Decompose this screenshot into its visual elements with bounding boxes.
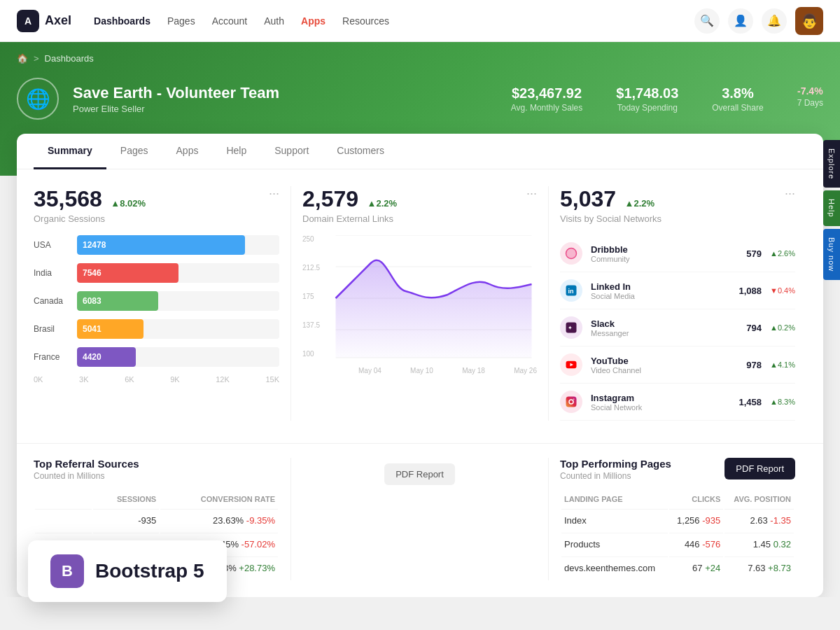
navbar: A Axel Dashboards Pages Account Auth App… [0, 0, 840, 42]
metric-social-value: 5,037 ▲2.2% Visits by Social Networks [560, 186, 662, 224]
breadcrumb-dashboards[interactable]: Dashboards [45, 53, 94, 64]
more-social-btn[interactable]: ··· [785, 186, 795, 201]
metric-organic-header: 35,568 ▲8.02% Organic Sessions ··· [34, 186, 279, 224]
svg-rect-12 [566, 397, 577, 407]
svg-point-14 [573, 399, 575, 400]
brand-icon: A [17, 10, 39, 32]
tab-support[interactable]: Support [260, 134, 323, 169]
tab-customers[interactable]: Customers [323, 134, 398, 169]
pages-table: LANDING PAGE CLICKS AVG. POSITION Index … [560, 489, 795, 580]
more-organic-btn[interactable]: ··· [269, 186, 279, 201]
header-logo: 🌐 [17, 78, 59, 120]
table-row: devs.keenthemes.com 67 +24 7.63 +8.73 [561, 556, 794, 579]
tab-summary[interactable]: Summary [34, 134, 106, 169]
bottom-middle: PDF Report [291, 458, 549, 580]
breadcrumb: 🏠 > Dashboards [17, 42, 823, 78]
stat-7days: -7.4% 7 Days [797, 85, 823, 113]
social-youtube: YouTube Video Channel 978 ▲4.1% [560, 346, 795, 384]
line-chart: 250 212.5 175 137.5 100 [302, 235, 537, 374]
social-dribbble: Dribbble Community 579 ▲2.6% [560, 235, 795, 272]
tab-apps[interactable]: Apps [162, 134, 213, 169]
social-list: Dribbble Community 579 ▲2.6% in Linked I… [560, 235, 795, 421]
social-linkedin: in Linked In Social Media 1,088 ▼0.4% [560, 272, 795, 309]
help-pill[interactable]: Help [823, 190, 840, 226]
search-button[interactable]: 🔍 [694, 8, 720, 34]
explore-pill[interactable]: Explore [823, 140, 840, 188]
tabs: Summary Pages Apps Help Support Customer… [17, 134, 823, 169]
buynow-pill[interactable]: Buy now [823, 229, 840, 280]
nav-dashboards[interactable]: Dashboards [94, 15, 150, 27]
stat-overall-share: 3.8% Overall Share [712, 85, 763, 113]
bar-chart: USA 12478 India 7546 [34, 235, 279, 384]
bootstrap-overlay: B Bootstrap 5 [28, 540, 227, 597]
bar-brasil: Brasil 5041 [34, 319, 279, 339]
bar-india: India 7546 [34, 263, 279, 283]
bootstrap-icon: B [50, 554, 84, 588]
navbar-right: 🔍 👤 🔔 👨 [694, 7, 823, 35]
header-content: 🌐 Save Earth - Volunteer Team Power Elit… [17, 78, 823, 120]
stat-monthly-sales: $23,467.92 Avg. Monthly Sales [511, 85, 583, 113]
table-row: -935 23.63% -9.35% [35, 509, 278, 531]
notifications-button[interactable]: 🔔 [762, 8, 787, 34]
brand[interactable]: A Axel [17, 10, 71, 32]
table-row: Index 1,256 -935 2.63 -1.35 [561, 509, 794, 531]
pdf-report-button-right[interactable]: PDF Report [724, 458, 795, 479]
nav-links: Dashboards Pages Account Auth Apps Resou… [94, 15, 389, 27]
bottom-pages: Top Performing Pages Counted in Millions… [549, 458, 806, 580]
nav-auth[interactable]: Auth [264, 15, 284, 27]
svg-text:✦: ✦ [568, 325, 573, 331]
col-domain: 2,579 ▲2.2% Domain External Links ··· 25… [291, 186, 549, 421]
metric-social-header: 5,037 ▲2.2% Visits by Social Networks ··… [560, 186, 795, 224]
pdf-report-button-left[interactable]: PDF Report [384, 463, 455, 485]
svg-text:in: in [568, 288, 574, 295]
instagram-icon [560, 391, 582, 413]
linkedin-icon: in [560, 279, 582, 302]
bar-canada: Canada 6083 [34, 291, 279, 311]
avatar[interactable]: 👨 [795, 7, 823, 35]
tab-pages[interactable]: Pages [106, 134, 162, 169]
youtube-icon [560, 354, 582, 376]
slack-icon: ✦ [560, 316, 582, 339]
metric-domain-header: 2,579 ▲2.2% Domain External Links ··· [302, 186, 537, 224]
main-card: Summary Pages Apps Help Support Customer… [17, 134, 823, 597]
nav-account[interactable]: Account [212, 15, 248, 27]
profile-button[interactable]: 👤 [728, 8, 753, 34]
more-domain-btn[interactable]: ··· [526, 186, 537, 201]
tab-help[interactable]: Help [212, 134, 260, 169]
right-sidebar: Explore Help Buy now [823, 140, 840, 280]
header-info: Save Earth - Volunteer Team Power Elite … [73, 84, 497, 114]
col-organic: 35,568 ▲8.02% Organic Sessions ··· USA 1… [34, 186, 291, 421]
bootstrap-text: Bootstrap 5 [95, 560, 204, 582]
nav-pages[interactable]: Pages [167, 15, 195, 27]
header-title: Save Earth - Volunteer Team [73, 84, 497, 102]
line-chart-svg [330, 235, 537, 361]
social-slack: ✦ Slack Messanger 794 ▲0.2% [560, 309, 795, 346]
content-grid: 35,568 ▲8.02% Organic Sessions ··· USA 1… [17, 169, 823, 438]
social-instagram: Instagram Social Network 1,458 ▲8.3% [560, 384, 795, 421]
bar-usa: USA 12478 [34, 235, 279, 255]
dribbble-icon [560, 242, 582, 265]
metric-domain-value: 2,579 ▲2.2% Domain External Links [302, 186, 397, 224]
nav-apps[interactable]: Apps [301, 15, 326, 27]
metric-organic-value: 35,568 ▲8.02% Organic Sessions [34, 186, 146, 224]
table-row: Products 446 -576 1.45 0.32 [561, 533, 794, 555]
stat-today-spending: $1,748.03 Today Spending [616, 85, 678, 113]
nav-resources[interactable]: Resources [342, 15, 389, 27]
brand-name: Axel [45, 13, 71, 28]
col-social: 5,037 ▲2.2% Visits by Social Networks ··… [549, 186, 806, 421]
bar-france: France 4420 [34, 347, 279, 367]
header-subtitle: Power Elite Seller [73, 104, 497, 114]
bar-axis: 0K 3K 6K 9K 12K 15K [34, 375, 279, 384]
header-stats: $23,467.92 Avg. Monthly Sales $1,748.03 … [511, 85, 823, 113]
breadcrumb-home[interactable]: 🏠 [17, 53, 28, 64]
